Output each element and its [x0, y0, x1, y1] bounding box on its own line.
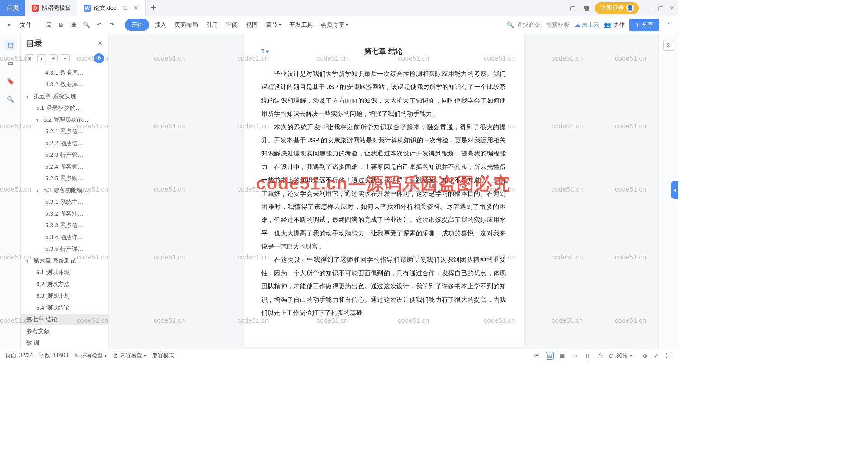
page-action-icon[interactable]: 🗎▾: [259, 46, 269, 56]
tab-start[interactable]: 开始: [125, 19, 149, 31]
outline-item[interactable]: 5.2.3 特产管…: [21, 149, 108, 161]
outline-item[interactable]: 5.2.2 酒店信…: [21, 137, 108, 149]
zoom-control[interactable]: ⊖ 80% ▾ — ⊕: [609, 353, 647, 359]
menu-chapter[interactable]: 章节▾: [266, 21, 281, 29]
tab-home[interactable]: 首页: [0, 0, 25, 16]
zoom-out-icon[interactable]: ⊖: [609, 353, 613, 359]
menu-insert[interactable]: 插入: [155, 21, 166, 29]
menu-view[interactable]: 视图: [246, 21, 258, 29]
compat-mode[interactable]: 兼容模式: [152, 352, 174, 359]
search-input[interactable]: 🔍 查找命令、搜索模板: [507, 21, 570, 29]
popout-icon[interactable]: ⧉: [123, 5, 127, 12]
outline-item[interactable]: 5.3.2 游客注…: [21, 208, 108, 220]
save-icon[interactable]: 🖫: [43, 19, 54, 30]
tab-document-active[interactable]: W 论文.doc ⧉ ✕: [77, 0, 146, 16]
document-viewport[interactable]: 🗎▾ 第七章 结论 毕业设计是对我们大学所学知识最后一次综合性检测和实际应用能力…: [109, 33, 658, 349]
menu-page-layout[interactable]: 页面布局: [175, 21, 198, 29]
view-page-icon[interactable]: ▤: [546, 352, 554, 360]
outline-item[interactable]: 6.4 测试结论: [21, 302, 108, 314]
view-web-icon[interactable]: ▭: [571, 352, 579, 360]
minimize-icon[interactable]: —: [646, 5, 652, 12]
chevron-down-icon: ▾: [26, 259, 32, 263]
apps-icon[interactable]: ▦: [581, 4, 590, 13]
login-button[interactable]: 立即登录 👤: [595, 2, 639, 14]
tab-templates[interactable]: D 找稻壳模板: [25, 0, 77, 16]
collapse-all-icon[interactable]: ▾: [25, 54, 34, 62]
remove-icon[interactable]: −: [61, 54, 70, 62]
collab-button[interactable]: 👥 协作: [604, 21, 625, 29]
outline-item[interactable]: ▾第五章 系统实现: [21, 90, 108, 102]
side-tab[interactable]: ◂: [671, 181, 678, 199]
maximize-icon[interactable]: ▢: [658, 5, 664, 12]
outline-item[interactable]: 6.2 测试方法: [21, 278, 108, 290]
find-icon[interactable]: 🔍: [5, 94, 15, 104]
bookmark-icon[interactable]: 🔖: [5, 76, 15, 86]
eye-icon[interactable]: 👁: [533, 352, 541, 360]
panel-close-icon[interactable]: ✕: [97, 39, 103, 47]
redo-icon[interactable]: ↷: [106, 19, 117, 30]
outline-item[interactable]: 5.3.1 系统主…: [21, 196, 108, 208]
visibility-icon[interactable]: 👁: [94, 53, 104, 63]
cloud-icon: ☁: [574, 21, 580, 28]
print-icon[interactable]: 🖶: [68, 19, 79, 30]
collapse-ribbon-icon[interactable]: ⌃: [664, 19, 675, 30]
print-preview-icon[interactable]: 🔍: [81, 19, 92, 30]
spell-check[interactable]: ✎拼写检查▾: [75, 352, 107, 359]
outline-item[interactable]: 5.3.5 特产详…: [21, 243, 108, 255]
outline-label: 5.2.1 景点信…: [45, 127, 84, 136]
outline-item[interactable]: 4.3.2 数据库…: [21, 79, 108, 90]
outline-item[interactable]: 5.1 登录模块的…: [21, 102, 108, 114]
view-read-icon[interactable]: ▯: [584, 352, 592, 360]
settings-icon[interactable]: ⚙: [663, 40, 674, 51]
outline-item[interactable]: ▾5.3 游客功能模…: [21, 184, 108, 196]
zoom-in-icon[interactable]: —: [635, 353, 640, 359]
hamburger-icon[interactable]: ≡: [4, 19, 14, 30]
thumbnail-icon[interactable]: ▭: [5, 58, 15, 68]
outline-label: 5.3.2 游客注…: [45, 210, 84, 218]
window-layout-icon[interactable]: ▢: [568, 4, 577, 13]
outline-item[interactable]: 5.2.1 景点信…: [21, 126, 108, 137]
close-window-icon[interactable]: ✕: [669, 5, 675, 12]
share-button[interactable]: ⇧ 分享: [629, 19, 659, 31]
outline-item[interactable]: 参考文献: [21, 325, 108, 337]
file-menu[interactable]: 文件: [16, 19, 35, 31]
outline-item[interactable]: 6.1 测试环境: [21, 267, 108, 278]
fullscreen-icon[interactable]: ⛶: [665, 352, 673, 360]
outline-item[interactable]: ▾第六章 系统测试: [21, 255, 108, 267]
doc-paragraph: 本次的系统开发，让我将之前所学知识联合了起来，融会贯通，得到了很大的提升。开发本…: [261, 121, 506, 254]
new-tab-button[interactable]: +: [146, 3, 162, 13]
content-check[interactable]: 🗎内容检查▾: [113, 352, 146, 359]
outline-item[interactable]: 5.3.4 酒店详…: [21, 231, 108, 243]
outline-label: 6.4 测试结论: [36, 304, 70, 312]
outline-item[interactable]: 5.3.3 景点信…: [21, 220, 108, 231]
outline-label: 4.3.2 数据库…: [45, 80, 84, 89]
undo-icon[interactable]: ↶: [94, 19, 104, 30]
outline-item[interactable]: 5.2.5 景点购…: [21, 173, 108, 184]
save-as-icon[interactable]: 🗎: [56, 19, 66, 30]
tab-label: 找稻壳模板: [42, 4, 71, 12]
rice-icon: D: [32, 5, 39, 12]
search-icon: 🔍: [507, 21, 514, 28]
outline-item[interactable]: 4.3.1 数据库…: [21, 67, 108, 79]
expand-all-icon[interactable]: ▴: [37, 54, 46, 62]
chevron-down-icon: ▾: [346, 22, 348, 27]
word-count[interactable]: 字数: 11603: [39, 352, 68, 359]
menu-dev-tools[interactable]: 开发工具: [289, 21, 313, 29]
outline-item[interactable]: 5.2.4 游客管…: [21, 161, 108, 173]
menu-review[interactable]: 审阅: [226, 21, 238, 29]
outline-item[interactable]: ▾5.2 管理员功能…: [21, 114, 108, 126]
cloud-status[interactable]: ☁ 未上云: [574, 21, 599, 29]
outline-item[interactable]: 致 谢: [21, 337, 108, 349]
menu-reference[interactable]: 引用: [206, 21, 218, 29]
fit-icon[interactable]: ⤢: [652, 352, 660, 360]
page-count[interactable]: 页面: 32/34: [5, 352, 33, 359]
menu-vip[interactable]: 会员专享▾: [321, 21, 348, 29]
zoom-in-icon[interactable]: ⊕: [643, 353, 647, 359]
view-cols-icon[interactable]: ⎙: [596, 352, 604, 360]
close-icon[interactable]: ✕: [133, 5, 139, 12]
outline-icon[interactable]: ▤: [5, 40, 15, 50]
outline-item[interactable]: 第七章 结论: [21, 314, 108, 325]
view-outline-icon[interactable]: ▦: [558, 352, 566, 360]
add-icon[interactable]: +: [49, 54, 58, 62]
outline-item[interactable]: 6.3 测试计划: [21, 290, 108, 302]
